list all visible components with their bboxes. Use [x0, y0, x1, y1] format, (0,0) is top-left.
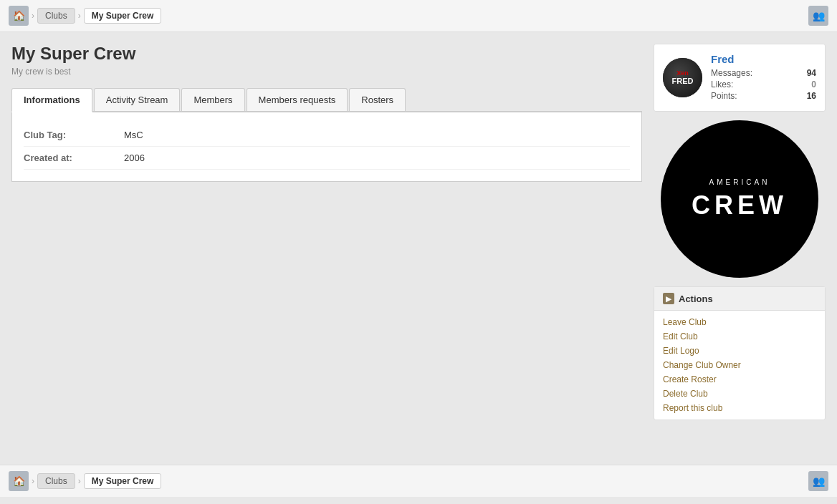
action-edit-club[interactable]: Edit Club [663, 331, 816, 342]
bottom-breadcrumb-left: 🏠 › Clubs › My Super Crew [9, 471, 161, 491]
action-delete-club[interactable]: Delete Club [663, 388, 816, 399]
home-icon[interactable]: 🏠 [9, 6, 29, 26]
bottom-group-icon[interactable]: 👥 [808, 471, 828, 491]
page-subtitle: My crew is best [11, 67, 642, 77]
club-logo-crew: CREW [692, 190, 788, 220]
tab-rosters[interactable]: Rosters [349, 88, 406, 111]
points-value: 16 [807, 91, 816, 101]
top-breadcrumb-bar: 🏠 › Clubs › My Super Crew 👥 [0, 0, 837, 32]
club-logo: AMERICAN CREW [661, 120, 818, 278]
avatar-image: Xen FRED [663, 58, 702, 97]
likes-label: Likes: [711, 79, 733, 89]
action-leave-club[interactable]: Leave Club [663, 316, 816, 328]
actions-panel: ▶ Actions Leave Club Edit Club Edit Logo… [654, 286, 826, 420]
tab-informations[interactable]: Informations [11, 88, 92, 112]
info-table: Club Tag: MsC Created at: 2006 [24, 124, 630, 170]
likes-value: 0 [811, 79, 816, 89]
created-at-value: 2006 [124, 152, 145, 163]
bottom-home-icon[interactable]: 🏠 [9, 471, 29, 491]
main-wrapper: My Super Crew My crew is best Informatio… [0, 32, 837, 465]
tab-activity-stream[interactable]: Activity Stream [94, 88, 181, 111]
breadcrumb-sep-2: › [78, 11, 81, 21]
club-tag-label: Club Tag: [24, 130, 124, 140]
breadcrumb-sep-1: › [32, 11, 34, 21]
action-edit-logo[interactable]: Edit Logo [663, 345, 816, 357]
member-card: Xen FRED Fred Messages: 94 Likes: 0 [654, 44, 826, 112]
tabs: Informations Activity Stream Members Mem… [11, 88, 642, 112]
actions-icon: ▶ [663, 293, 674, 304]
club-tag-value: MsC [124, 130, 143, 140]
tab-members-requests[interactable]: Members requests [247, 88, 348, 111]
tab-members[interactable]: Members [181, 88, 244, 111]
action-create-roster[interactable]: Create Roster [663, 374, 816, 385]
club-logo-american: AMERICAN [709, 178, 770, 186]
breadcrumb-left: 🏠 › Clubs › My Super Crew [9, 6, 161, 26]
bottom-sep-2: › [78, 476, 81, 486]
stat-likes: Likes: 0 [711, 79, 816, 89]
actions-title: Actions [679, 294, 713, 304]
points-label: Points: [711, 91, 737, 101]
page-title: My Super Crew [11, 44, 642, 64]
info-row-created-at: Created at: 2006 [24, 147, 630, 170]
avatar: Xen FRED [663, 58, 702, 97]
action-change-owner[interactable]: Change Club Owner [663, 359, 816, 371]
member-stats: Messages: 94 Likes: 0 Points: 16 [711, 68, 816, 101]
actions-header: ▶ Actions [654, 287, 825, 311]
stat-messages: Messages: 94 [711, 68, 816, 78]
bottom-breadcrumb-bar: 🏠 › Clubs › My Super Crew 👥 [0, 465, 837, 497]
bottom-breadcrumb-clubs[interactable]: Clubs [37, 473, 75, 489]
messages-value: 94 [807, 68, 816, 78]
breadcrumb-my-super-crew[interactable]: My Super Crew [84, 8, 162, 24]
bottom-sep-1: › [32, 476, 34, 486]
stat-points: Points: 16 [711, 91, 816, 101]
breadcrumb-clubs[interactable]: Clubs [37, 8, 75, 24]
member-info: Fred Messages: 94 Likes: 0 Points: 16 [711, 53, 816, 102]
group-icon[interactable]: 👥 [808, 6, 828, 26]
actions-list: Leave Club Edit Club Edit Logo Change Cl… [654, 311, 825, 420]
tab-content-informations: Club Tag: MsC Created at: 2006 [11, 112, 642, 182]
messages-label: Messages: [711, 68, 752, 78]
content-area: My Super Crew My crew is best Informatio… [11, 44, 642, 453]
created-at-label: Created at: [24, 152, 124, 163]
bottom-breadcrumb-my-super-crew[interactable]: My Super Crew [84, 473, 162, 489]
info-row-club-tag: Club Tag: MsC [24, 124, 630, 147]
member-name[interactable]: Fred [711, 53, 816, 65]
action-report-club[interactable]: Report this club [663, 402, 816, 414]
sidebar: Xen FRED Fred Messages: 94 Likes: 0 [654, 44, 826, 453]
